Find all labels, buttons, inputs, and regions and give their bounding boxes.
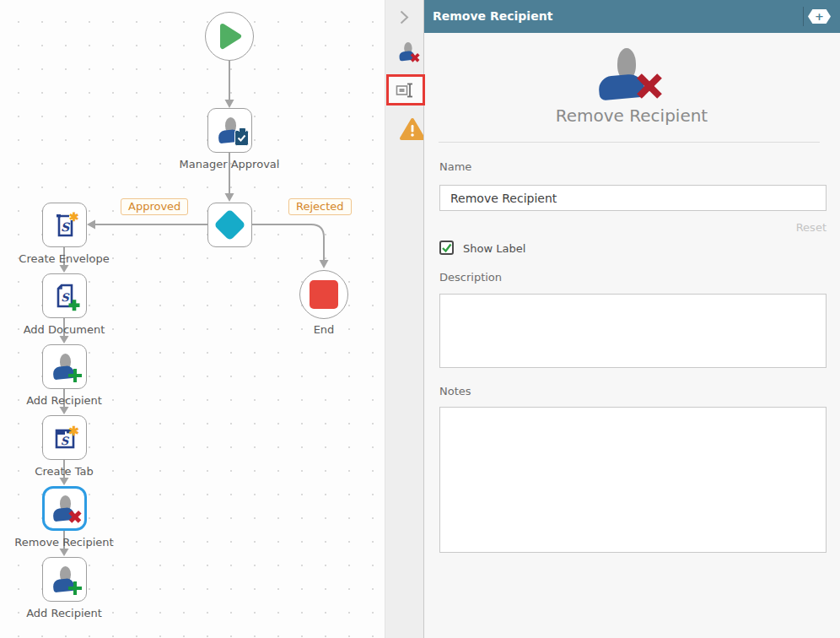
checkmark-icon	[441, 242, 452, 253]
node-add-document[interactable]: S	[42, 273, 87, 318]
stop-icon	[310, 280, 338, 309]
node-start[interactable]	[205, 12, 254, 61]
node-label: Add Recipient	[26, 394, 102, 407]
tab-rename-selected[interactable]	[386, 74, 425, 105]
node-label: Remove Recipient	[14, 536, 113, 549]
description-label: Description	[439, 271, 502, 284]
show-label-checkbox[interactable]	[439, 241, 454, 255]
remove-x-icon	[410, 52, 421, 63]
name-label: Name	[439, 160, 471, 173]
node-label: Manager Approval	[180, 158, 280, 170]
remove-x-icon	[634, 71, 665, 101]
name-input[interactable]	[439, 185, 827, 211]
svg-text:✱: ✱	[68, 209, 78, 223]
edge-label-approved: Approved	[121, 198, 188, 215]
header-divider	[803, 7, 804, 26]
workflow-designer: Manager Approval Approved Rejected S ✱ C…	[0, 0, 840, 638]
create-envelope-icon: S ✱	[50, 209, 80, 241]
edge-label-rejected: Rejected	[288, 198, 352, 215]
play-icon	[216, 21, 243, 51]
node-label: Add Document	[24, 323, 105, 336]
show-label-text: Show Label	[463, 242, 525, 255]
tab-step-properties[interactable]	[398, 42, 424, 68]
plus-icon	[68, 581, 82, 595]
node-label: Create Envelope	[19, 252, 109, 265]
notes-textarea[interactable]	[439, 407, 827, 553]
description-textarea[interactable]	[439, 294, 827, 368]
decision-diamond-icon	[213, 208, 245, 241]
plus-icon: +	[815, 10, 824, 23]
rename-text-icon	[396, 83, 416, 98]
add-recipient-icon	[51, 566, 78, 592]
add-document-icon: S	[50, 280, 80, 312]
warning-triangle-icon[interactable]	[399, 117, 426, 141]
panel-header: Remove Recipient +	[424, 0, 840, 33]
reset-link[interactable]: Reset	[423, 221, 827, 234]
panel-title: Remove Recipient	[433, 0, 552, 33]
node-label: Create Tab	[35, 465, 93, 478]
node-end[interactable]	[299, 270, 348, 319]
create-tab-icon: S ✱	[50, 422, 80, 454]
chevron-right-icon	[400, 10, 409, 24]
svg-text:✱: ✱	[68, 423, 79, 438]
notes-label: Notes	[439, 385, 471, 397]
node-remove-recipient[interactable]	[42, 486, 87, 531]
remove-x-icon	[67, 509, 83, 524]
node-add-recipient[interactable]	[42, 557, 87, 602]
remove-recipient-step-icon	[398, 42, 417, 61]
node-decision[interactable]	[207, 203, 252, 247]
node-create-tab[interactable]: S ✱	[42, 415, 87, 460]
divider	[439, 142, 820, 143]
node-label: End	[314, 323, 335, 336]
add-step-button[interactable]: +	[808, 9, 831, 24]
workflow-canvas[interactable]: Manager Approval Approved Rejected S ✱ C…	[0, 0, 385, 638]
collapse-panel-button[interactable]	[400, 10, 409, 28]
node-manager-approval[interactable]	[207, 108, 252, 153]
user-task-icon	[217, 117, 243, 143]
svg-text:S: S	[61, 291, 70, 304]
remove-recipient-icon	[51, 495, 78, 522]
remove-recipient-hero-icon	[599, 48, 666, 102]
node-add-recipient[interactable]	[42, 344, 87, 389]
node-create-envelope[interactable]: S ✱	[42, 203, 87, 247]
plus-icon	[68, 369, 82, 382]
step-title: Remove Recipient	[423, 105, 840, 126]
add-recipient-icon	[51, 354, 78, 380]
node-label: Add Recipient	[26, 607, 102, 619]
clipboard-check-icon	[234, 130, 249, 146]
